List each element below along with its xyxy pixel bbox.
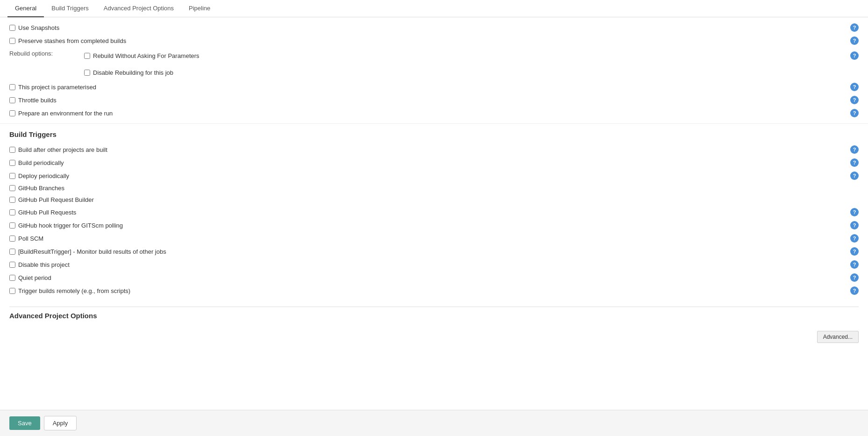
quiet-period-left: Quiet period xyxy=(9,274,850,281)
rebuild-options-row: Rebuild options: Rebuild Without Asking … xyxy=(9,47,859,80)
disable-project-text: Disable this project xyxy=(18,261,70,268)
build-result-trigger-checkbox[interactable] xyxy=(9,249,15,255)
tab-general[interactable]: General xyxy=(7,0,44,17)
deploy-periodically-label[interactable]: Deploy periodically xyxy=(9,172,69,179)
poll-scm-text: Poll SCM xyxy=(18,235,43,242)
github-branches-left: GitHub Branches xyxy=(9,185,859,192)
parameterised-label[interactable]: This project is parameterised xyxy=(9,84,96,91)
advanced-btn-row: Advanced... xyxy=(9,327,859,347)
github-hook-trigger-text: GitHub hook trigger for GITScm polling xyxy=(18,222,123,229)
preserve-stashes-text: Preserve stashes from completed builds xyxy=(18,37,126,44)
build-after-other-text: Build after other projects are built xyxy=(18,146,107,153)
use-snapshots-left: Use Snapshots xyxy=(9,24,850,31)
disable-project-checkbox[interactable] xyxy=(9,262,15,268)
general-section: Use Snapshots ? Preserve stashes from co… xyxy=(0,17,868,124)
rebuild-without-asking-help-icon[interactable]: ? xyxy=(850,51,859,60)
poll-scm-help-icon[interactable]: ? xyxy=(850,234,859,243)
preserve-stashes-checkbox[interactable] xyxy=(9,38,15,44)
quiet-period-label[interactable]: Quiet period xyxy=(9,274,51,281)
github-hook-trigger-left: GitHub hook trigger for GITScm polling xyxy=(9,222,850,229)
deploy-periodically-left: Deploy periodically xyxy=(9,172,850,179)
poll-scm-row: Poll SCM ? xyxy=(9,232,859,245)
github-hook-trigger-help-icon[interactable]: ? xyxy=(850,221,859,229)
parameterised-help-icon[interactable]: ? xyxy=(850,83,859,91)
parameterised-checkbox[interactable] xyxy=(9,84,15,90)
trigger-builds-remotely-help-icon[interactable]: ? xyxy=(850,286,859,295)
use-snapshots-checkbox[interactable] xyxy=(9,25,15,31)
build-triggers-checkboxes: Build after other projects are built ? B… xyxy=(0,143,868,302)
parameterised-left: This project is parameterised xyxy=(9,84,850,91)
disable-rebuilding-checkbox[interactable] xyxy=(84,70,90,76)
build-after-other-checkbox[interactable] xyxy=(9,147,15,153)
build-after-other-help-icon[interactable]: ? xyxy=(850,145,859,154)
parameterised-row: This project is parameterised ? xyxy=(9,80,859,93)
throttle-builds-label[interactable]: Throttle builds xyxy=(9,97,57,104)
build-result-trigger-text: [BuildResultTrigger] - Monitor build res… xyxy=(18,248,166,255)
github-pull-request-builder-text: GitHub Pull Request Builder xyxy=(18,196,94,203)
parameterised-text: This project is parameterised xyxy=(18,84,96,91)
poll-scm-checkbox[interactable] xyxy=(9,236,15,242)
build-periodically-text: Build periodically xyxy=(18,159,64,166)
deploy-periodically-checkbox[interactable] xyxy=(9,173,15,179)
trigger-builds-remotely-label[interactable]: Trigger builds remotely (e.g., from scri… xyxy=(9,287,130,294)
advanced-button[interactable]: Advanced... xyxy=(817,331,859,343)
tab-advanced-project-options[interactable]: Advanced Project Options xyxy=(96,0,181,17)
prepare-environment-checkbox[interactable] xyxy=(9,110,15,116)
github-pull-requests-checkbox[interactable] xyxy=(9,209,15,215)
preserve-stashes-help-icon[interactable]: ? xyxy=(850,36,859,45)
build-result-trigger-label[interactable]: [BuildResultTrigger] - Monitor build res… xyxy=(9,248,166,255)
prepare-environment-help-icon[interactable]: ? xyxy=(850,109,859,117)
advanced-project-options-section: Advanced Project Options Advanced... xyxy=(0,302,868,351)
quiet-period-help-icon[interactable]: ? xyxy=(850,273,859,282)
github-hook-trigger-label[interactable]: GitHub hook trigger for GITScm polling xyxy=(9,222,123,229)
github-pull-requests-label[interactable]: GitHub Pull Requests xyxy=(9,209,76,216)
build-periodically-checkbox[interactable] xyxy=(9,160,15,166)
github-pull-requests-help-icon[interactable]: ? xyxy=(850,208,859,216)
prepare-environment-left: Prepare an environment for the run xyxy=(9,110,850,117)
rebuild-without-asking-row: Rebuild Without Asking For Parameters ? xyxy=(84,49,859,62)
quiet-period-row: Quiet period ? xyxy=(9,271,859,284)
disable-rebuilding-row: Disable Rebuilding for this job xyxy=(84,67,859,79)
throttle-builds-help-icon[interactable]: ? xyxy=(850,96,859,104)
disable-project-row: Disable this project ? xyxy=(9,258,859,271)
build-result-trigger-row: [BuildResultTrigger] - Monitor build res… xyxy=(9,245,859,258)
disable-project-help-icon[interactable]: ? xyxy=(850,260,859,269)
deploy-periodically-row: Deploy periodically ? xyxy=(9,169,859,182)
disable-rebuilding-text: Disable Rebuilding for this job xyxy=(93,69,173,76)
build-after-other-label[interactable]: Build after other projects are built xyxy=(9,146,107,153)
rebuild-without-asking-checkbox[interactable] xyxy=(84,53,90,59)
build-periodically-help-icon[interactable]: ? xyxy=(850,158,859,167)
throttle-builds-checkbox[interactable] xyxy=(9,97,15,103)
trigger-builds-remotely-checkbox[interactable] xyxy=(9,288,15,294)
preserve-stashes-label[interactable]: Preserve stashes from completed builds xyxy=(9,37,126,44)
build-result-trigger-left: [BuildResultTrigger] - Monitor build res… xyxy=(9,248,850,255)
use-snapshots-label[interactable]: Use Snapshots xyxy=(9,24,59,31)
rebuild-without-asking-label[interactable]: Rebuild Without Asking For Parameters xyxy=(84,52,199,59)
github-pull-request-builder-label[interactable]: GitHub Pull Request Builder xyxy=(9,196,94,203)
github-hook-trigger-checkbox[interactable] xyxy=(9,222,15,229)
tab-pipeline[interactable]: Pipeline xyxy=(181,0,218,17)
save-button[interactable]: Save xyxy=(9,416,40,430)
github-pull-request-builder-row: GitHub Pull Request Builder xyxy=(9,194,859,206)
github-pull-requests-row: GitHub Pull Requests ? xyxy=(9,206,859,219)
build-triggers-title: Build Triggers xyxy=(0,124,868,143)
disable-rebuilding-label[interactable]: Disable Rebuilding for this job xyxy=(84,69,173,76)
apply-button[interactable]: Apply xyxy=(44,416,77,430)
quiet-period-checkbox[interactable] xyxy=(9,275,15,281)
tab-build-triggers[interactable]: Build Triggers xyxy=(44,0,96,17)
rebuild-without-asking-text: Rebuild Without Asking For Parameters xyxy=(93,52,199,59)
github-branches-label[interactable]: GitHub Branches xyxy=(9,185,64,192)
poll-scm-label[interactable]: Poll SCM xyxy=(9,235,43,242)
github-branches-text: GitHub Branches xyxy=(18,185,64,192)
github-branches-checkbox[interactable] xyxy=(9,185,15,191)
page-wrapper: GeneralBuild TriggersAdvanced Project Op… xyxy=(0,0,868,436)
trigger-builds-remotely-left: Trigger builds remotely (e.g., from scri… xyxy=(9,287,850,294)
github-pull-request-builder-checkbox[interactable] xyxy=(9,197,15,203)
disable-project-label[interactable]: Disable this project xyxy=(9,261,70,268)
build-triggers-section: Build Triggers Build after other project… xyxy=(0,124,868,302)
use-snapshots-help-icon[interactable]: ? xyxy=(850,23,859,32)
deploy-periodically-help-icon[interactable]: ? xyxy=(850,172,859,180)
build-result-trigger-help-icon[interactable]: ? xyxy=(850,247,859,256)
prepare-environment-label[interactable]: Prepare an environment for the run xyxy=(9,110,113,117)
build-periodically-label[interactable]: Build periodically xyxy=(9,159,64,166)
